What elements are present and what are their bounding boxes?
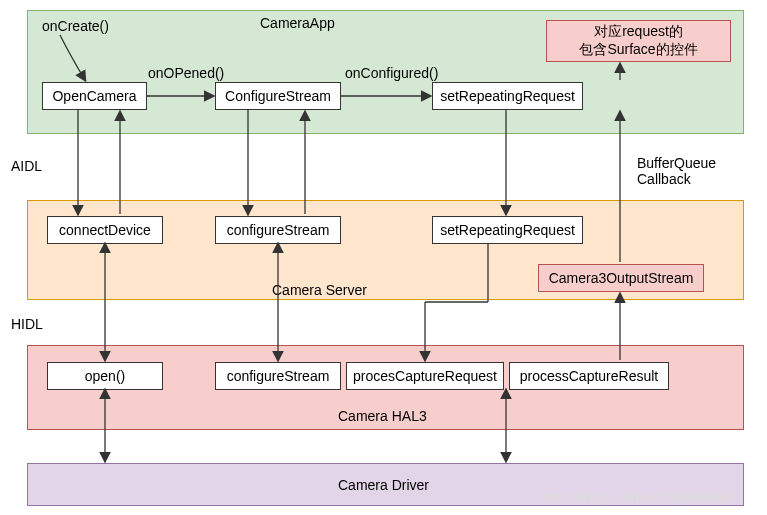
- set-repeating-request-box-2: setRepeatingRequest: [432, 216, 583, 244]
- open-camera-box: OpenCamera: [42, 82, 147, 110]
- configure-stream-box-3: configureStream: [215, 362, 341, 390]
- hidl-label: HIDL: [11, 316, 43, 332]
- on-create-label: onCreate(): [42, 18, 109, 34]
- camera-app-title: CameraApp: [260, 15, 335, 31]
- watermark: https://blog.csdn.net/TaylorPotter: [544, 490, 733, 505]
- proces-capture-request-box: procesCaptureRequest: [346, 362, 504, 390]
- set-repeating-request-box-1: setRepeatingRequest: [432, 82, 583, 110]
- process-capture-result-box: processCaptureResult: [509, 362, 669, 390]
- buffer-queue-label: BufferQueue Callback: [637, 155, 716, 187]
- camera-driver-title: Camera Driver: [338, 477, 429, 493]
- aidl-label: AIDL: [11, 158, 42, 174]
- camera3-output-stream-box: Camera3OutputStream: [538, 264, 704, 292]
- on-opened-label: onOPened(): [148, 65, 224, 81]
- configure-stream-box-1: ConfigureStream: [215, 82, 341, 110]
- surface-widget-box: 对应request的 包含Surface的控件: [546, 20, 731, 62]
- open-box: open(): [47, 362, 163, 390]
- configure-stream-box-2: configureStream: [215, 216, 341, 244]
- connect-device-box: connectDevice: [47, 216, 163, 244]
- camera-server-title: Camera Server: [272, 282, 367, 298]
- surface-widget-line2: 包含Surface的控件: [579, 41, 697, 59]
- surface-widget-line1: 对应request的: [594, 23, 683, 41]
- on-configured-label: onConfigured(): [345, 65, 438, 81]
- camera-hal3-title: Camera HAL3: [338, 408, 427, 424]
